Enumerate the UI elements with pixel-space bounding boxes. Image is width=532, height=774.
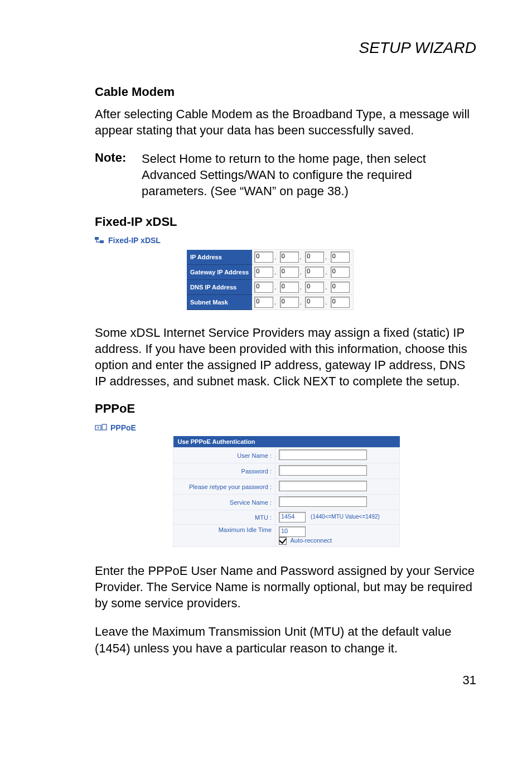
service-name-input[interactable]: [279, 496, 367, 507]
idle-time-label: Maximum Idle Time: [173, 525, 275, 547]
ip-address-inputs: 0. 0. 0. 0: [252, 250, 353, 265]
retype-password-input[interactable]: [279, 481, 367, 491]
pppoe-title: PPPoE: [95, 401, 476, 416]
ip-octet[interactable]: 0: [280, 267, 299, 278]
svg-point-4: [98, 427, 99, 429]
ip-octet[interactable]: 0: [331, 282, 350, 293]
ip-octet[interactable]: 0: [305, 251, 324, 263]
table-row: Subnet Mask 0. 0. 0. 0: [187, 295, 353, 310]
cable-modem-note: Note: Select Home to return to the home …: [95, 151, 476, 199]
table-row: Password :: [173, 463, 400, 479]
running-header: SETUP WIZARD: [95, 39, 476, 57]
note-label: Note:: [95, 151, 142, 199]
fixedip-panel-header: Fixed-IP xDSL: [95, 236, 476, 245]
ip-octet[interactable]: 0: [254, 251, 273, 263]
ip-octet[interactable]: 0: [305, 282, 324, 293]
retype-password-label: Please retype your password :: [173, 479, 275, 495]
ip-octet[interactable]: 0: [254, 297, 273, 308]
ip-octet[interactable]: 0: [305, 297, 324, 308]
ip-octet[interactable]: 0: [305, 267, 324, 278]
ip-octet[interactable]: 0: [331, 251, 350, 263]
mtu-input[interactable]: 1454: [279, 512, 306, 523]
idle-time-input[interactable]: 10: [279, 526, 306, 537]
dns-label: DNS IP Address: [187, 280, 252, 295]
network-icon: [95, 236, 105, 245]
table-row: Maximum Idle Time 10 Auto-reconnect: [173, 525, 400, 547]
table-row: MTU : 1454 (1440<=MTU Value<=1492): [173, 510, 400, 525]
ip-octet[interactable]: 0: [280, 282, 299, 293]
auto-reconnect-label: Auto-reconnect: [290, 537, 332, 544]
page-number: 31: [95, 673, 476, 688]
table-row: Use PPPoE Authentication: [173, 436, 400, 448]
password-label: Password :: [173, 463, 275, 479]
ip-octet[interactable]: 0: [331, 297, 350, 308]
fixedip-panel-title: Fixed-IP xDSL: [108, 236, 161, 245]
mtu-label: MTU :: [173, 510, 275, 525]
fixedip-body: Some xDSL Internet Service Providers may…: [95, 325, 476, 389]
table-row: User Name :: [173, 448, 400, 463]
pppoe-panel-title: PPPoE: [110, 423, 136, 432]
username-input[interactable]: [279, 449, 367, 460]
pppoe-auth-header: Use PPPoE Authentication: [173, 436, 400, 448]
modem-icon: [95, 423, 107, 433]
pppoe-body-1: Enter the PPPoE User Name and Password a…: [95, 563, 476, 611]
pppoe-table: Use PPPoE Authentication User Name : Pas…: [173, 436, 400, 547]
service-name-label: Service Name :: [173, 495, 275, 510]
cable-modem-body: After selecting Cable Modem as the Broad…: [95, 106, 476, 138]
svg-rect-0: [95, 237, 99, 240]
svg-rect-1: [100, 240, 104, 243]
fixedip-title: Fixed-IP xDSL: [95, 215, 476, 229]
ip-address-label: IP Address: [187, 250, 252, 265]
subnet-label: Subnet Mask: [187, 295, 252, 310]
pppoe-panel-header: PPPoE: [95, 423, 476, 433]
table-row: Gateway IP Address 0. 0. 0. 0: [187, 265, 353, 280]
pppoe-body-2: Leave the Maximum Transmission Unit (MTU…: [95, 623, 476, 656]
table-row: Please retype your password :: [173, 479, 400, 495]
table-row: DNS IP Address 0. 0. 0. 0: [187, 280, 353, 295]
table-row: Service Name :: [173, 495, 400, 510]
ip-octet[interactable]: 0: [280, 297, 299, 308]
ip-octet[interactable]: 0: [254, 267, 273, 278]
auto-reconnect-checkbox[interactable]: [279, 537, 287, 545]
username-label: User Name :: [173, 448, 275, 463]
table-row: IP Address 0. 0. 0. 0: [187, 250, 353, 265]
dns-inputs: 0. 0. 0. 0: [252, 280, 353, 295]
subnet-inputs: 0. 0. 0. 0: [252, 295, 353, 310]
ip-octet[interactable]: 0: [254, 282, 273, 293]
gateway-label: Gateway IP Address: [187, 265, 252, 280]
fixedip-table: IP Address 0. 0. 0. 0 Gateway IP Address…: [187, 249, 354, 310]
svg-rect-3: [102, 424, 107, 430]
note-body: Select Home to return to the home page, …: [142, 151, 476, 199]
ip-octet[interactable]: 0: [331, 267, 350, 278]
gateway-inputs: 0. 0. 0. 0: [252, 265, 353, 280]
mtu-hint: (1440<=MTU Value<=1492): [311, 514, 380, 520]
password-input[interactable]: [279, 465, 367, 476]
cable-modem-title: Cable Modem: [95, 85, 476, 99]
ip-octet[interactable]: 0: [280, 251, 299, 263]
